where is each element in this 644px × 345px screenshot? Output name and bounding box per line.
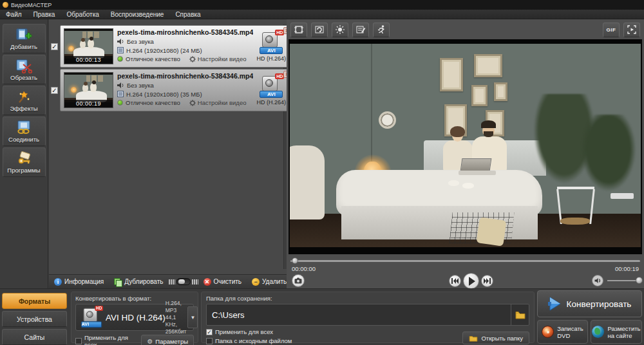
brightness-button[interactable]: [332, 23, 348, 37]
apply-all-format-checkbox[interactable]: Применить для всех: [75, 334, 141, 345]
duplicate-icon: [114, 278, 122, 286]
speed-button[interactable]: [373, 23, 390, 37]
fullscreen-button[interactable]: [623, 23, 640, 37]
play-button[interactable]: [463, 273, 479, 289]
parameters-button[interactable]: ⚙ Параметры: [141, 335, 194, 345]
current-time: 00:00:00: [292, 265, 316, 272]
save-path-input[interactable]: [207, 310, 511, 320]
file-list-item[interactable]: 00:00:13 pexels-tima-miroshnichenko-5384…: [49, 25, 282, 68]
globe-icon: [592, 326, 604, 338]
scissors-film-icon: [15, 58, 32, 73]
play-icon: [468, 277, 475, 286]
key-card-icon: [15, 151, 32, 166]
open-folder-button[interactable]: Открыть папку: [462, 331, 529, 344]
tab-devices[interactable]: Устройства: [2, 311, 67, 327]
laptop: [459, 158, 496, 175]
codec-info: H.264 (1920x1080) (35 МБ): [126, 91, 202, 98]
codec-info: H.264 (1920x1080) (24 МБ): [126, 47, 202, 54]
tab-sites[interactable]: Сайты: [2, 329, 67, 345]
delete-icon: −: [252, 278, 260, 286]
output-format[interactable]: HD AVI HD (H.264): [253, 75, 289, 106]
programs-button[interactable]: Программы: [3, 147, 46, 177]
tab-formats[interactable]: Форматы: [2, 293, 67, 309]
trim-button[interactable]: Обрезать: [3, 55, 46, 84]
file-card[interactable]: 00:00:19 pexels-tima-miroshnichenko-5384…: [60, 69, 292, 111]
seek-track[interactable]: [290, 260, 640, 262]
menu-bar: Файл Правка Обработка Воспроизведение Сп…: [0, 10, 644, 19]
preview-toolbar: GIF: [290, 21, 640, 38]
volume-handle[interactable]: [636, 277, 643, 284]
duration-badge: 00:00:13: [64, 56, 113, 64]
volume-track[interactable]: [607, 280, 639, 281]
volume-button[interactable]: [592, 275, 603, 286]
format-dropdown-button[interactable]: ▼: [187, 306, 198, 328]
file-card[interactable]: 00:00:13 pexels-tima-miroshnichenko-5384…: [60, 25, 292, 68]
effects-button[interactable]: Эффекты: [3, 86, 46, 115]
output-format[interactable]: HD AVI HD (H.264): [253, 31, 289, 62]
menu-playback[interactable]: Воспроизведение: [105, 10, 170, 19]
delete-button[interactable]: − Удалить: [247, 278, 292, 286]
video-viewport[interactable]: [289, 39, 642, 254]
menu-edit[interactable]: Правка: [28, 10, 61, 19]
snapshot-button[interactable]: [292, 274, 305, 287]
programs-label: Программы: [7, 167, 40, 174]
prev-frame-button[interactable]: [449, 275, 461, 287]
join-button[interactable]: Соединить: [3, 117, 46, 146]
duplicate-button[interactable]: Дублировать: [109, 278, 168, 286]
menu-help[interactable]: Справка: [169, 10, 206, 19]
gif-button[interactable]: GIF: [603, 23, 620, 37]
list-view-icon: [169, 279, 175, 284]
quality-label: Отличное качество: [126, 99, 180, 106]
total-time: 00:00:19: [615, 265, 639, 272]
apply-all-save-checkbox[interactable]: ✓ Применить для всех: [206, 328, 292, 335]
source-folder-checkbox[interactable]: Папка с исходным файлом: [206, 337, 292, 344]
burn-dvd-button[interactable]: Записать DVD: [537, 320, 588, 344]
avi-badge: AVI: [260, 47, 283, 54]
menu-processing[interactable]: Обработка: [61, 10, 104, 19]
app-icon: [3, 2, 8, 8]
format-label: HD (H.264): [253, 55, 289, 62]
info-icon: i: [54, 278, 62, 286]
open-folder-icon: [469, 335, 478, 342]
publish-site-button[interactable]: Разместить на сайте: [591, 320, 642, 344]
convert-arrow-icon: [548, 296, 562, 312]
actions-section: Конвертировать Записать DVD Разместить н…: [537, 290, 642, 344]
sidebar: Добавить Обрезать Эффекты Соединить Прог…: [0, 19, 48, 288]
file-checkbox[interactable]: [51, 87, 58, 94]
quality-label: Отличное качество: [126, 55, 180, 62]
file-checkbox[interactable]: [51, 43, 58, 50]
seek-handle[interactable]: [292, 257, 298, 264]
speaker-icon: [117, 82, 124, 88]
menu-file[interactable]: Файл: [0, 10, 28, 19]
add-button[interactable]: Добавить: [3, 24, 46, 53]
browse-folder-button[interactable]: [511, 304, 529, 325]
info-button[interactable]: i Информация: [49, 278, 109, 286]
site-label-2: на сайте: [607, 332, 632, 339]
file-list-item[interactable]: 00:00:19 pexels-tima-miroshnichenko-5384…: [49, 69, 282, 111]
next-frame-button[interactable]: [481, 275, 493, 287]
title-bar: ВидеоМАСТЕР: [0, 0, 644, 10]
crop-button[interactable]: [290, 23, 307, 37]
parameters-label: Параметры: [155, 338, 188, 345]
magic-wand-icon: [15, 89, 32, 104]
category-tabs: Форматы Устройства Сайты: [2, 293, 67, 345]
file-name: pexels-tima-miroshnichenko-5384346.mp4: [117, 72, 253, 80]
seek-bar[interactable]: [290, 257, 640, 264]
format-selector[interactable]: HD AVI AVI HD (H.264) H.264, MP3 44,1 KH…: [75, 304, 194, 331]
edit-film-button[interactable]: [352, 23, 369, 37]
settings-label: Настройки видео: [198, 99, 247, 106]
duration-badge: 00:00:19: [64, 100, 113, 107]
avi-badge: AVI: [81, 321, 102, 328]
video-settings-link[interactable]: Настройки видео: [189, 99, 247, 106]
volume-icon: [592, 275, 603, 286]
convert-button[interactable]: Конвертировать: [537, 290, 642, 317]
avi-camera-icon: HD AVI: [80, 307, 103, 328]
video-settings-link[interactable]: Настройки видео: [189, 55, 247, 62]
view-mode-toggle[interactable]: [169, 278, 198, 285]
checkbox-icon: [206, 338, 213, 344]
rotate-button[interactable]: [311, 23, 328, 37]
clear-button[interactable]: ✕ Очистить: [198, 278, 247, 286]
join-label: Соединить: [8, 136, 39, 143]
prev-frame-icon: [451, 278, 459, 284]
folder-icon: [515, 311, 526, 319]
